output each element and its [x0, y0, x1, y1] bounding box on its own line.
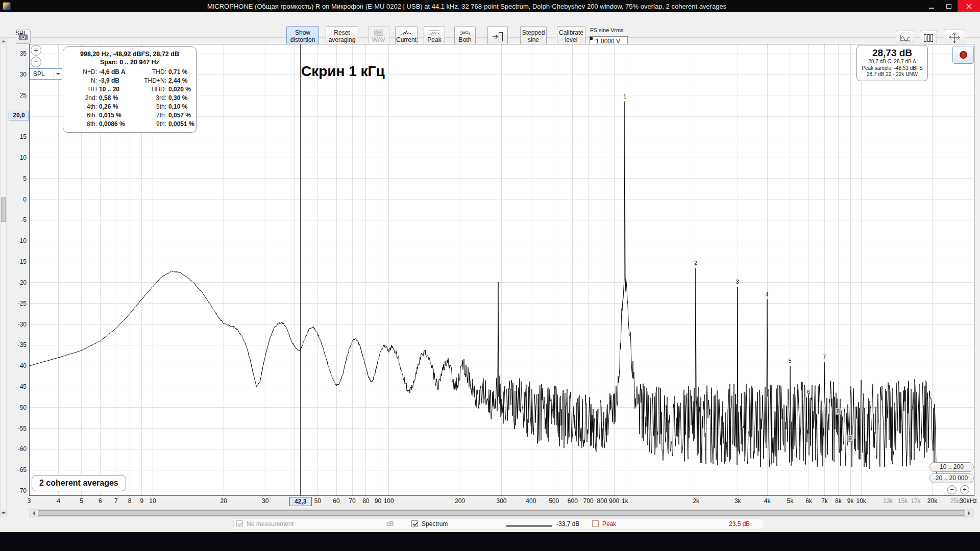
cursor-measurement-line: 998,20 Hz, -48,92 dBFS, 28,72 dB	[67, 51, 192, 58]
y-scale-combo[interactable]: SPL	[30, 68, 62, 80]
spectrum-level-value: -33,7 dB	[556, 520, 579, 528]
spectrum-label: Spectrum	[422, 520, 448, 528]
horizontal-scrollbar-thumb[interactable]	[38, 510, 965, 516]
distortion-row-label: 3rd:	[136, 94, 168, 102]
span-line: Span: 0 .. 20 947 Hz	[67, 59, 192, 66]
record-button[interactable]	[952, 46, 974, 64]
x-tick-label: 80	[362, 497, 369, 505]
harmonic-marker-9: 9	[847, 435, 853, 442]
x-tick-label: 9k	[847, 497, 854, 505]
x-tick-label: 6k	[805, 497, 812, 505]
level-readout-weighted: 28,7 dB C, 28,7 dB A	[859, 59, 925, 65]
x-tick-label: 8	[128, 497, 132, 505]
status-panel	[233, 518, 764, 530]
distortion-row-value: 0,71 %	[168, 68, 197, 76]
harmonic-marker-5: 5	[788, 358, 791, 364]
x-tick-label: 30	[262, 497, 268, 505]
x-tick-label: 5k	[787, 497, 794, 505]
distortion-row-value: 0,58 %	[99, 94, 136, 102]
y-scale-combo-value: SPL	[30, 70, 54, 78]
app-window: MICROPHONE (Общая громкость) R on Микроф…	[0, 0, 980, 551]
distortion-row-label: THD:	[136, 68, 168, 76]
distortion-row-value: 0,015 %	[99, 112, 136, 119]
distortion-row-label: 4th:	[67, 103, 99, 110]
harmonic-marker-7: 7	[823, 354, 826, 360]
distortion-row-label: 7th:	[136, 112, 168, 119]
peak-level-value: 23,5 dB	[729, 520, 750, 528]
scroll-down-arrow[interactable]	[1, 510, 6, 517]
vertical-scrollbar[interactable]	[0, 37, 7, 517]
scroll-right-arrow[interactable]	[966, 510, 973, 516]
vertical-scrollbar-thumb[interactable]	[1, 197, 6, 222]
y-axis-title: SPL	[15, 30, 27, 37]
x-tick-label: 3	[28, 497, 31, 505]
range-10-200-button[interactable]: 10 .. 200	[929, 462, 974, 472]
harmonic-marker-3: 3	[736, 279, 739, 285]
distortion-row-value: 2,44 %	[168, 77, 197, 84]
y-zoom-out-button[interactable]: −	[31, 57, 41, 67]
no-measurement-checkbox[interactable]	[236, 520, 243, 527]
distortion-row-label: 5th:	[136, 103, 168, 110]
db-unit-label: dB	[386, 520, 394, 528]
x-zoom-in-button[interactable]: +	[960, 485, 969, 494]
x-tick-label: 2k	[693, 497, 699, 505]
distortion-row-value: 0,0051 %	[168, 120, 197, 128]
x-tick-label: 13k	[883, 497, 893, 505]
x-tick-label: 300	[496, 497, 506, 505]
distortion-row-label: 6th:	[67, 112, 99, 119]
x-tick-label: 25k	[950, 497, 960, 505]
x-tick-label: 70	[349, 497, 355, 505]
distortion-row-label: 8th:	[67, 120, 99, 128]
level-readout-panel: 28,73 dB 28,7 dB C, 28,7 dB A Peak sampl…	[856, 45, 928, 81]
distortion-row-label: HH	[67, 86, 99, 93]
x-tick-label: 17k	[911, 497, 920, 505]
x-tick-label: 8k	[835, 497, 842, 505]
range-20-20000-button[interactable]: 20 .. 20 000	[929, 473, 974, 483]
distortion-row-label: THD+N:	[136, 77, 168, 84]
status-bar: No measurement dB Spectrum -33,7 dB Peak…	[0, 517, 980, 531]
distortion-row-value: 10 .. 20	[99, 86, 136, 93]
spectrum-checkbox[interactable]	[411, 520, 418, 527]
x-tick-label: 200	[455, 497, 465, 505]
y-zoom-in-button[interactable]: +	[31, 45, 41, 56]
level-cursor-readout[interactable]: 20,0	[9, 111, 29, 120]
distortion-row-label: 2nd:	[67, 94, 99, 102]
level-readout-band: 28,7 dB 22 - 22k UNW	[859, 71, 925, 78]
x-tick-label: 3k	[734, 497, 741, 505]
x-tick-label: 700	[583, 497, 594, 505]
x-tick-label: 4	[57, 497, 60, 505]
x-tick-label: 90	[375, 497, 381, 505]
scroll-up-arrow[interactable]	[1, 38, 6, 44]
distortion-row-value: 0,10 %	[168, 103, 197, 110]
plot-title: Скрин 1 кГц	[301, 63, 385, 80]
peak-checkbox[interactable]	[592, 520, 599, 527]
peak-label: Peak	[602, 520, 616, 528]
frequency-cursor-readout[interactable]: 42,3	[289, 497, 312, 506]
distortion-row-label: HHD:	[136, 86, 168, 93]
harmonic-marker-8: 8	[835, 408, 841, 415]
x-tick-label: 900	[609, 497, 619, 505]
distortion-table: N+D:-4,6 dB ATHD:0,71 %N:-3,9 dBTHD+N:2,…	[67, 68, 192, 128]
x-zoom-out-button[interactable]: −	[947, 485, 957, 494]
horizontal-scrollbar[interactable]	[29, 509, 974, 517]
x-tick-label: 4k	[764, 497, 771, 505]
level-readout-main: 28,73 dB	[859, 47, 925, 59]
x-tick-label: 5	[80, 497, 83, 505]
x-tick-label: 800	[597, 497, 607, 505]
distortion-row-value: 0,0086 %	[99, 120, 136, 128]
distortion-row-value: 0,020 %	[168, 86, 197, 93]
x-tick-label: 7k	[821, 497, 828, 505]
spectrum-trace-swatch	[506, 525, 552, 527]
x-tick-label: 60	[333, 497, 339, 505]
distortion-row-value: -4,6 dB A	[99, 68, 136, 76]
x-tick-label: 600	[568, 497, 578, 505]
level-readout-peak-sample: Peak sample: -48,51 dBFS	[859, 65, 925, 72]
scroll-left-arrow[interactable]	[30, 510, 37, 516]
averages-badge: 2 coherent averages	[32, 475, 126, 491]
distortion-row-value: 0,057 %	[168, 112, 197, 119]
x-tick-label: 10k	[856, 497, 866, 505]
harmonic-marker-1: 1	[623, 93, 626, 99]
x-tick-label: 500	[549, 497, 559, 505]
distortion-row-label: 9th:	[136, 120, 168, 128]
harmonic-marker-2: 2	[694, 260, 697, 266]
